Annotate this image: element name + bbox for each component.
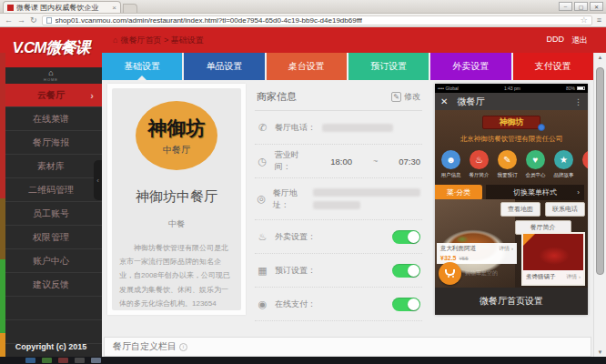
sidebar-item-feedback[interactable]: 建议反馈 <box>0 273 102 297</box>
quick-icon-brand-story[interactable]: ★ 品牌故事 <box>550 150 578 178</box>
close-window-button[interactable]: ✕ <box>590 2 603 11</box>
call-phone-button[interactable]: 联系电话 <box>545 202 585 217</box>
strip-segment <box>0 333 5 357</box>
browser-url-bar: ← → ↻ shop01.vcanmou.com/admin/restauran… <box>0 14 606 27</box>
sidebar-item-label: 餐厅海报 <box>33 137 69 147</box>
window-controls: – ▢ ✕ <box>559 2 603 11</box>
strip-segment <box>0 198 5 259</box>
page-scrollbar[interactable]: ▲ ▼ <box>593 53 606 357</box>
logout-link[interactable]: 退出 <box>571 35 588 46</box>
taskbar-icon[interactable] <box>25 358 35 363</box>
view-map-button[interactable]: 查看地图 <box>500 202 540 217</box>
payment-icon: ◉ <box>257 298 268 310</box>
kebab-menu-icon[interactable]: ⋮ <box>574 97 582 106</box>
screen: 微餐课 国内权威餐饮企业 × – ▢ ✕ ← → ↻ shop01.vcanmo… <box>0 0 606 364</box>
sidebar-item-online-menu[interactable]: 在线菜谱 <box>0 107 102 131</box>
close-icon[interactable]: ✕ <box>440 96 448 106</box>
dish-name: 意大利面阿道 <box>440 245 476 253</box>
cart-hint-text: 购物车是空的 <box>465 269 498 278</box>
location-icon: ◎ <box>257 193 267 205</box>
phone-time: 1:43 pm <box>504 86 520 91</box>
tab-takeout-settings[interactable]: 外卖设置 <box>430 53 510 80</box>
address-input[interactable]: shop01.vcanmou.com/admin/restaurant/inde… <box>42 15 592 25</box>
payment-toggle[interactable] <box>392 298 420 311</box>
merchant-info-title: 商家信息 <box>257 90 297 104</box>
quick-icon-member-center[interactable]: ♥ 会员中心 <box>521 150 550 178</box>
taskbar-icon[interactable] <box>58 358 68 363</box>
dish-detail-link[interactable]: 详情 › <box>499 245 513 253</box>
delivery-toggle[interactable] <box>392 230 420 244</box>
sidebar-item-material-library[interactable]: 素材库 <box>0 155 102 178</box>
phone-icon: ✆ <box>257 122 268 134</box>
scroll-up-icon[interactable]: ▲ <box>594 55 606 60</box>
home-label: HOME <box>44 77 58 82</box>
booking-toggle[interactable] <box>392 264 420 278</box>
back-icon[interactable]: ← <box>5 16 13 25</box>
sidebar-item-label: 在线菜谱 <box>33 114 69 124</box>
payment-toggle-row: ◉ 在线支付： <box>255 288 422 321</box>
info-icon: i <box>179 343 187 351</box>
browser-tab[interactable]: 微餐课 国内权威餐饮企业 × <box>3 1 121 13</box>
dish-card-hotpot[interactable]: 煮馋猫锅子 详情 › <box>521 232 585 286</box>
breadcrumb: ⌂微餐厅首页 > 基础设置 <box>113 35 204 46</box>
booking-toggle-row: ▦ 预订设置： <box>255 254 422 288</box>
taskbar-icon[interactable] <box>42 358 52 363</box>
sidebar-item-cloud-restaurant[interactable]: 云餐厅 › <box>0 84 102 107</box>
windows-taskbar <box>0 357 606 364</box>
calendar-icon: ▦ <box>257 265 268 277</box>
dish-detail-link[interactable]: 详情 › <box>566 273 581 281</box>
browser-menu-icon[interactable]: ≡ <box>597 15 601 25</box>
edit-button[interactable]: ✎ 修改 <box>391 91 420 103</box>
sidebar-item-permissions[interactable]: 权限管理 <box>0 226 102 249</box>
refresh-icon[interactable]: ↻ <box>30 16 37 25</box>
quick-icon-restaurant-intro[interactable]: ♨ 餐厅简介 <box>465 150 493 178</box>
sidebar-item-qrcode-management[interactable]: 二维码管理 <box>0 178 102 202</box>
scroll-down-icon[interactable]: ▼ <box>594 349 606 355</box>
sidebar-collapse-handle[interactable]: ‹ <box>94 160 102 200</box>
restaurant-card: 神御坊 中餐厅 神御坊中餐厅 中餐 神御坊餐饮管理有限公司是北京市一家流行国际品… <box>107 84 246 315</box>
tab-basic-settings[interactable]: 基础设置 <box>102 53 182 80</box>
cart-button[interactable] <box>439 262 461 285</box>
tab-booking-settings[interactable]: 预订设置 <box>348 53 429 80</box>
tab-table-settings[interactable]: 桌台设置 <box>267 53 347 80</box>
quick-icon-label: 会员中心 <box>526 172 546 178</box>
quick-icon-user-info[interactable]: ☻ 用户信息 <box>437 150 465 178</box>
banner-logo-text: 神御坊 <box>500 117 524 126</box>
bookmark-star-icon[interactable]: ☆ <box>581 15 588 25</box>
scrollbar-thumb[interactable] <box>596 67 604 275</box>
battery-percent: 80% <box>566 86 575 91</box>
sidebar-empty-row <box>0 320 102 344</box>
new-tab-button[interactable] <box>123 4 137 13</box>
sidebar-home-button[interactable]: ⌂ HOME <box>0 67 102 84</box>
forward-icon[interactable]: → <box>17 16 25 25</box>
dish-old-price: ¥55 <box>460 256 469 261</box>
phone-body: 神御坊 北京神御坊餐饮管理有限责任公司 ☻ 用户信息 ♨ 餐厅简介 <box>435 110 588 315</box>
minimize-button[interactable]: – <box>559 2 572 11</box>
quick-icon-more[interactable]: ✚ <box>578 150 588 178</box>
switch-menu-style-button[interactable]: 切换菜单样式 › <box>486 185 584 200</box>
sidebar-item-restaurant-poster[interactable]: 餐厅海报 <box>0 131 102 155</box>
hours-label: 营业时间： <box>275 149 315 173</box>
address-line-redacted <box>313 188 420 197</box>
maximize-button[interactable]: ▢ <box>574 2 588 11</box>
tab-label: 预订设置 <box>370 60 407 73</box>
menu-switch-row: 菜·分类 切换菜单样式 › <box>435 185 588 200</box>
phone-preview: •••• Global 1:43 pm 80% ✕ 微餐厅 ⋮ <box>435 84 588 315</box>
quick-icon-booking[interactable]: ✎ 我要预订 <box>493 150 521 178</box>
payment-label: 在线支付： <box>275 298 316 310</box>
tab-item-settings[interactable]: 单品设置 <box>184 53 264 80</box>
brand-logo[interactable]: V.CM微餐课 <box>0 27 102 67</box>
dish-card-pasta-caption[interactable]: 意大利面阿道 详情 › ¥32.5¥55 <box>437 243 517 264</box>
taskbar-icon[interactable] <box>91 358 101 363</box>
category-button[interactable]: 菜·分类 <box>435 185 482 200</box>
tab-close-icon[interactable]: × <box>112 4 116 12</box>
booking-icon: ✎ <box>498 150 517 169</box>
tab-payment-settings[interactable]: 支付设置 <box>513 53 593 80</box>
sidebar-item-staff-accounts[interactable]: 员工账号 <box>0 202 102 226</box>
quick-icon-row: ☻ 用户信息 ♨ 餐厅简介 ✎ 我要预订 <box>435 144 588 178</box>
taskbar-icon[interactable] <box>75 358 85 363</box>
sidebar-item-account-center[interactable]: 账户中心 <box>0 249 102 273</box>
custom-columns-section[interactable]: 餐厅自定义栏目 i <box>104 337 591 357</box>
address-label: 餐厅地址： <box>273 187 307 211</box>
quick-action-buttons: 查看地图 联系电话 餐厅简介 <box>500 202 585 235</box>
